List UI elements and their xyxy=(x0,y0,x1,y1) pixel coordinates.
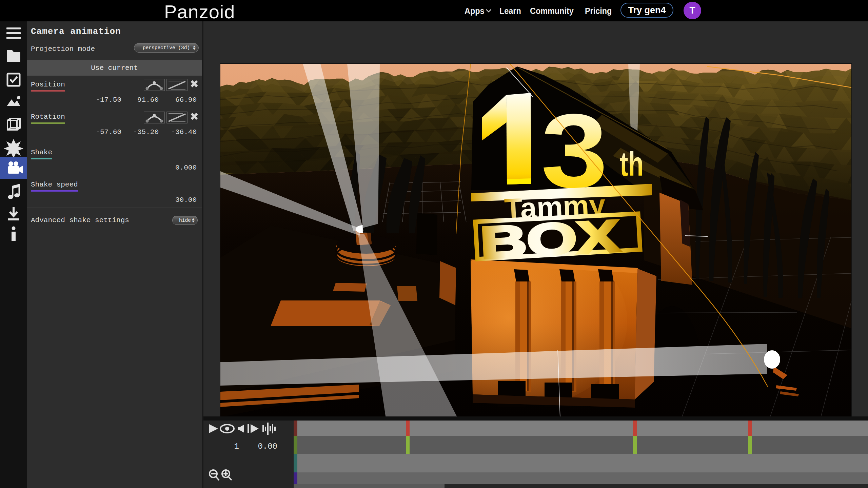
svg-text:th: th xyxy=(620,145,644,183)
svg-text:BOX: BOX xyxy=(479,211,621,268)
